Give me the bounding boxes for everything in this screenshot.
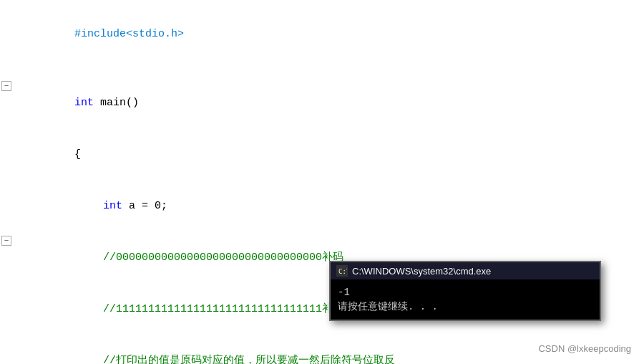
code-line-2 (29, 60, 42, 77)
line-1: #include<stdio.h> (0, 9, 644, 60)
keyword-int-2: int (103, 200, 122, 212)
collapse-block-button[interactable]: − (1, 236, 11, 246)
comment-1: //00000000000000000000000000000000补码 (103, 252, 343, 264)
code-line-7: //11111111111111111111111111111111补码 (29, 284, 343, 335)
line-3: − int main() (0, 77, 644, 129)
code-line-5: int a = 0; (29, 181, 167, 232)
cmd-body: -1 请按任意键继续. . . (331, 279, 600, 320)
cmd-icon: C:\ (336, 265, 348, 277)
cmd-output-line2: 请按任意键继续. . . (338, 300, 592, 314)
code-line-3: int main() (29, 77, 139, 129)
terminal-icon: C:\ (337, 266, 347, 276)
cmd-output-line1: -1 (338, 285, 592, 300)
var-a: a = 0; (122, 200, 167, 212)
code-line-8: //打印出的值是原码对应的值，所以要减一然后除符号位取反 (29, 335, 395, 364)
svg-text:C:\: C:\ (338, 268, 347, 275)
collapse-main-button[interactable]: − (1, 81, 11, 91)
open-brace: { (74, 148, 81, 161)
cmd-title: C:\WINDOWS\system32\cmd.exe (352, 266, 491, 277)
code-line-6: //00000000000000000000000000000000补码 (29, 232, 343, 284)
main-signature: main() (94, 97, 139, 109)
keyword-int: int (74, 97, 94, 109)
cmd-window: C:\ C:\WINDOWS\system32\cmd.exe -1 请按任意键… (329, 261, 601, 321)
include-directive: #include<stdio.h> (74, 28, 184, 40)
line-5: int a = 0; (0, 181, 644, 232)
code-line-4: { (29, 129, 81, 181)
watermark: CSDN @lxkeepcoding (538, 343, 631, 354)
line-2 (0, 60, 644, 77)
cmd-titlebar: C:\ C:\WINDOWS\system32\cmd.exe (331, 262, 600, 279)
comment-2: //11111111111111111111111111111111补码 (103, 303, 343, 315)
editor-area: #include<stdio.h> − int main() { int a =… (0, 0, 644, 364)
comment-3: //打印出的值是原码对应的值，所以要减一然后除符号位取反 (103, 355, 395, 364)
line-4: { (0, 129, 644, 181)
code-line-1: #include<stdio.h> (29, 9, 184, 60)
